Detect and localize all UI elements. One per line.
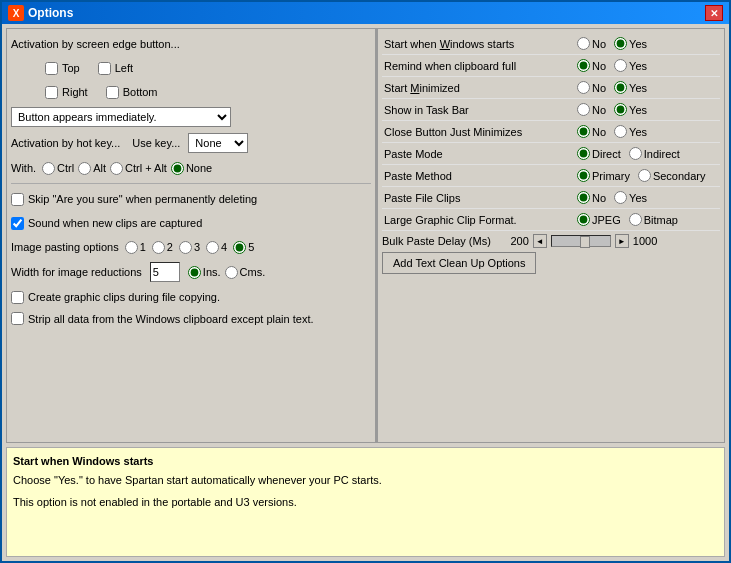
ctrl-alt-radio-group: Ctrl + Alt bbox=[110, 162, 167, 175]
right-row-5: Paste Mode Direct Indirect bbox=[382, 143, 720, 165]
yes-radio-input-1[interactable] bbox=[614, 59, 627, 72]
help-title: Start when Windows starts bbox=[13, 454, 718, 469]
yes-radio-input-0[interactable] bbox=[614, 37, 627, 50]
yes-label-1: Yes bbox=[629, 60, 647, 72]
r-label-3: Show in Task Bar bbox=[382, 104, 577, 116]
none-radio[interactable] bbox=[171, 162, 184, 175]
no-label-2: No bbox=[592, 82, 606, 94]
yes-radio-input-3[interactable] bbox=[614, 103, 627, 116]
right-checkbox[interactable] bbox=[45, 86, 58, 99]
top-checkbox-group: Top bbox=[45, 62, 80, 75]
cms-radio[interactable] bbox=[225, 266, 238, 279]
yes-radio-input-2[interactable] bbox=[614, 81, 627, 94]
bulk-slider[interactable] bbox=[551, 235, 611, 247]
no-radio-input-1[interactable] bbox=[577, 59, 590, 72]
img4-label: 4 bbox=[221, 241, 227, 253]
no-radio-input-0[interactable] bbox=[577, 37, 590, 50]
no-label-7: No bbox=[592, 192, 606, 204]
yes-radio-input-4[interactable] bbox=[614, 125, 627, 138]
image-label: Image pasting options bbox=[11, 241, 119, 253]
image-row: Image pasting options 1 2 3 bbox=[11, 236, 371, 258]
no-radio-input-3[interactable] bbox=[577, 103, 590, 116]
indirect-radio-input-5[interactable] bbox=[629, 147, 642, 160]
img2-radio[interactable] bbox=[152, 241, 165, 254]
bitmap-radio-input-8[interactable] bbox=[629, 213, 642, 226]
img3-radio[interactable] bbox=[179, 241, 192, 254]
strip-row: Strip all data from the Windows clipboar… bbox=[11, 310, 371, 327]
bulk-max: 1000 bbox=[633, 235, 657, 247]
radio-group-0: No Yes bbox=[577, 37, 647, 50]
bulk-scroll-right[interactable]: ► bbox=[615, 234, 629, 248]
r-label-2: Start Minimized bbox=[382, 82, 577, 94]
indirect-radio-5: Indirect bbox=[629, 147, 680, 160]
secondary-label-6: Secondary bbox=[653, 170, 706, 182]
img2-label: 2 bbox=[167, 241, 173, 253]
help-line-1: Choose "Yes." to have Spartan start auto… bbox=[13, 473, 718, 488]
direct-radio-input-5[interactable] bbox=[577, 147, 590, 160]
right-row-2: Start Minimized No Yes bbox=[382, 77, 720, 99]
graphic-checkbox[interactable] bbox=[11, 291, 24, 304]
secondary-radio-input-6[interactable] bbox=[638, 169, 651, 182]
ctrl-radio-group: Ctrl bbox=[42, 162, 74, 175]
width-input[interactable] bbox=[150, 262, 180, 282]
r-label-8: Large Graphic Clip Format. bbox=[382, 214, 577, 226]
img1-radio[interactable] bbox=[125, 241, 138, 254]
hotkey-select[interactable]: None F1 F2 bbox=[188, 133, 248, 153]
img1-group: 1 bbox=[125, 241, 146, 254]
close-button[interactable]: ✕ bbox=[705, 5, 723, 21]
width-row: Width for image reductions Ins. Cms. bbox=[11, 260, 371, 284]
no-radio-input-7[interactable] bbox=[577, 191, 590, 204]
strip-checkbox[interactable] bbox=[11, 312, 24, 325]
bulk-scroll-left[interactable]: ◄ bbox=[533, 234, 547, 248]
primary-radio-input-6[interactable] bbox=[577, 169, 590, 182]
sound-checkbox[interactable] bbox=[11, 217, 24, 230]
none-label: None bbox=[186, 162, 212, 174]
yes-radio-4: Yes bbox=[614, 125, 647, 138]
img4-group: 4 bbox=[206, 241, 227, 254]
direct-label-5: Direct bbox=[592, 148, 621, 160]
no-radio-input-2[interactable] bbox=[577, 81, 590, 94]
app-icon: X bbox=[8, 5, 24, 21]
button-appear-dropdown[interactable]: Button appears immediately. Button appea… bbox=[11, 107, 231, 127]
right-row-8: Large Graphic Clip Format. JPEG Bitmap bbox=[382, 209, 720, 231]
cms-label: Cms. bbox=[240, 266, 266, 278]
jpeg-radio-8: JPEG bbox=[577, 213, 621, 226]
usekey-label: Use key... bbox=[132, 137, 180, 149]
img4-radio[interactable] bbox=[206, 241, 219, 254]
ctrl-alt-radio[interactable] bbox=[110, 162, 123, 175]
img5-label: 5 bbox=[248, 241, 254, 253]
help-box: Start when Windows starts Choose "Yes." … bbox=[6, 447, 725, 557]
no-radio-3: No bbox=[577, 103, 606, 116]
yes-radio-input-7[interactable] bbox=[614, 191, 627, 204]
with-label: With. bbox=[11, 162, 36, 174]
add-text-button[interactable]: Add Text Clean Up Options bbox=[382, 252, 536, 274]
none-radio-group: None bbox=[171, 162, 212, 175]
no-radio-2: No bbox=[577, 81, 606, 94]
bulk-label: Bulk Paste Delay (Ms) bbox=[382, 235, 491, 247]
radio-group-5: Direct Indirect bbox=[577, 147, 680, 160]
top-checkbox[interactable] bbox=[45, 62, 58, 75]
left-checkbox[interactable] bbox=[98, 62, 111, 75]
graphic-label: Create graphic clips during file copying… bbox=[28, 291, 220, 303]
indirect-label-5: Indirect bbox=[644, 148, 680, 160]
no-radio-input-4[interactable] bbox=[577, 125, 590, 138]
hotkey-label: Activation by hot key... bbox=[11, 137, 120, 149]
alt-radio[interactable] bbox=[78, 162, 91, 175]
bitmap-radio-8: Bitmap bbox=[629, 213, 678, 226]
img5-radio[interactable] bbox=[233, 241, 246, 254]
jpeg-radio-input-8[interactable] bbox=[577, 213, 590, 226]
skip-checkbox[interactable] bbox=[11, 193, 24, 206]
yes-radio-0: Yes bbox=[614, 37, 647, 50]
right-row-0: Start when Windows starts No Yes bbox=[382, 33, 720, 55]
ctrl-radio[interactable] bbox=[42, 162, 55, 175]
help-line-2: This option is not enabled in the portab… bbox=[13, 495, 718, 510]
left-label: Left bbox=[115, 62, 133, 74]
no-radio-1: No bbox=[577, 59, 606, 72]
ins-radio[interactable] bbox=[188, 266, 201, 279]
bottom-checkbox[interactable] bbox=[106, 86, 119, 99]
ins-radio-group: Ins. bbox=[188, 266, 221, 279]
title-left: X Options bbox=[8, 5, 73, 21]
right-label: Right bbox=[62, 86, 88, 98]
dropdown-row: Button appears immediately. Button appea… bbox=[11, 105, 371, 129]
bulk-value: 200 bbox=[499, 235, 529, 247]
